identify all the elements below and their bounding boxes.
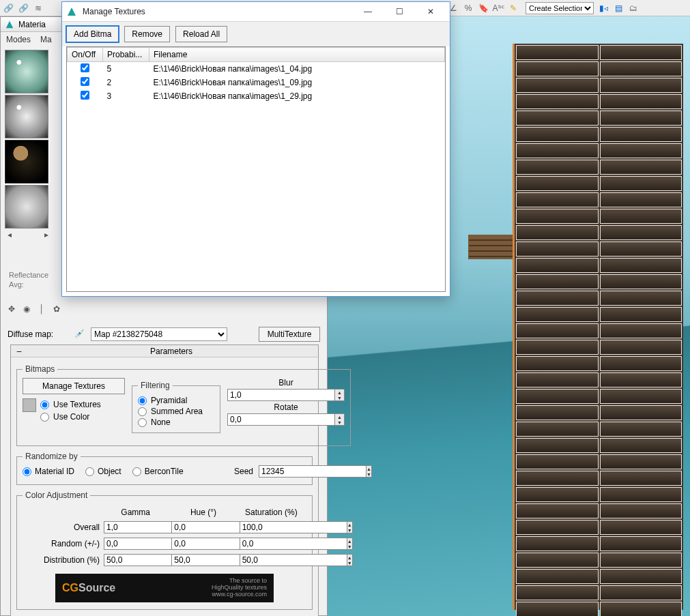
color-adjustment-group: Color Adjustment Gamma Hue (°) Saturatio… (16, 490, 313, 610)
rollout-title: Parameters (29, 347, 314, 356)
bookmark-icon[interactable]: 🔖 (478, 3, 489, 14)
app-icon (66, 6, 77, 17)
material-slot-4[interactable] (5, 185, 48, 229)
use-color-radio[interactable]: Use Color (40, 412, 101, 422)
material-slot-3[interactable] (5, 140, 48, 184)
spinner-down-icon[interactable]: ▼ (366, 471, 371, 477)
tool-icon-1[interactable]: ✥ (6, 304, 17, 314)
align-icon[interactable]: ▤ (613, 3, 624, 14)
cgsource-banner[interactable]: CGSource The source to HighQuality textu… (55, 574, 274, 602)
tool-icon-3[interactable]: ✿ (51, 304, 62, 314)
rand-material-id-radio[interactable]: Material ID (23, 467, 74, 476)
color-swatch[interactable] (23, 398, 36, 412)
cgsource-logo: CGSource (62, 582, 115, 594)
diffuse-map-row: Diffuse map: 💉 Map #2138275048 MultiText… (8, 325, 320, 343)
material-slot-2[interactable] (5, 95, 48, 138)
eyedropper-icon[interactable]: 💉 (74, 329, 85, 340)
table-row[interactable]: 3E:\1\46\Brick\Новая папка\images\1_29.j… (68, 89, 445, 103)
link-icon[interactable]: 🔗 (3, 3, 14, 14)
blur-spinner[interactable]: ▲▼ (227, 389, 345, 401)
mirror-icon[interactable]: ▮◃ (598, 3, 609, 14)
row-filename-cell: E:\1\46\Brick\Новая папка\images\1_09.jp… (149, 76, 445, 89)
random-sat-spinner[interactable]: ▲▼ (240, 538, 298, 550)
layers-icon[interactable]: 🗂 (628, 3, 639, 14)
use-textures-radio[interactable]: Use Textures (40, 400, 101, 409)
table-row[interactable]: 2E:\1\46\Brick\Новая папка\images\1_09.j… (68, 76, 445, 89)
rand-bercontile-radio[interactable]: BerconTile (132, 467, 184, 476)
blur-label: Blur (227, 378, 345, 387)
scene-ledge (468, 235, 516, 259)
bitmaps-group: Bitmaps Manage Textures Use Textures Use… (16, 364, 351, 446)
link-icon-2[interactable]: 🔗 (18, 3, 29, 14)
maximize-button[interactable]: ☐ (384, 3, 414, 20)
spinner-up-icon[interactable]: ▲ (335, 414, 344, 420)
row-onoff-cell[interactable] (68, 76, 103, 89)
text-icon[interactable]: Aᵇᶜ (493, 3, 504, 14)
blur-input[interactable] (227, 389, 335, 401)
onoff-checkbox[interactable] (81, 77, 89, 86)
textures-list[interactable]: On/Off Probabi... Filename 5E:\1\46\Bric… (66, 46, 446, 292)
dialog-toolbar: Add Bitma Remove Reload All (62, 21, 450, 46)
onoff-checkbox[interactable] (81, 63, 89, 72)
manage-textures-button[interactable]: Manage Textures (23, 378, 125, 394)
spinner-down-icon[interactable]: ▼ (335, 420, 344, 425)
add-bitmap-button[interactable]: Add Bitma (66, 26, 119, 42)
dist-sat-spinner[interactable]: ▲▼ (240, 554, 298, 566)
multitexture-button[interactable]: MultiTexture (259, 327, 320, 342)
wave-icon[interactable]: ≋ (33, 3, 44, 14)
material-mini-toolbar: ✥ ◉ │ ✿ (6, 304, 62, 314)
close-button[interactable]: ✕ (416, 3, 446, 20)
rollout-header[interactable]: – Parameters (11, 345, 318, 357)
rotate-spinner[interactable]: ▲▼ (227, 413, 345, 426)
minimize-button[interactable]: — (353, 3, 383, 20)
diffuse-label: Diffuse map: (8, 329, 69, 339)
random-hue-spinner[interactable]: ▲▼ (171, 538, 230, 550)
row-prob-cell: 2 (103, 76, 149, 89)
brush-icon[interactable]: ✎ (508, 3, 519, 14)
row-filename-cell: E:\1\46\Brick\Новая папка\images\1_04.jp… (149, 62, 445, 76)
collapse-icon[interactable]: – (15, 347, 23, 356)
filtering-group: Filtering Pyramidal Summed Area None (132, 381, 220, 433)
reflectance-label: Reflectance (9, 271, 48, 279)
filter-pyramidal-radio[interactable]: Pyramidal (138, 396, 214, 405)
dialog-titlebar[interactable]: Manage Textures — ☐ ✕ (62, 2, 450, 21)
row-onoff-cell[interactable] (68, 62, 103, 76)
random-gamma-spinner[interactable]: ▲▼ (104, 538, 162, 550)
diffuse-map-dropdown[interactable]: Map #2138275048 (91, 327, 227, 341)
overall-sat-spinner[interactable]: ▲▼ (240, 521, 298, 533)
reload-all-button[interactable]: Reload All (175, 26, 227, 42)
tool-icon-2[interactable]: ◉ (21, 304, 32, 314)
percent-icon[interactable]: % (463, 3, 474, 14)
filter-none-radio[interactable]: None (138, 417, 214, 427)
material-slot-1[interactable] (5, 50, 48, 93)
dist-gamma-spinner[interactable]: ▲▼ (104, 554, 162, 566)
tool-icon-divider: │ (36, 304, 47, 314)
seed-spinner[interactable]: ▲▼ (259, 465, 306, 478)
filter-summed-radio[interactable]: Summed Area (138, 407, 214, 416)
col-onoff-header[interactable]: On/Off (68, 48, 103, 62)
row-prob-cell: 5 (103, 62, 149, 76)
row-onoff-cell[interactable] (68, 89, 103, 103)
selection-set-dropdown[interactable]: Create Selection Se (526, 2, 594, 14)
remove-button[interactable]: Remove (124, 26, 170, 42)
row-filename-cell: E:\1\46\Brick\Новая папка\images\1_29.jp… (149, 89, 445, 103)
rotate-input[interactable] (227, 413, 335, 426)
table-row[interactable]: 5E:\1\46\Brick\Новая папка\images\1_04.j… (68, 62, 445, 76)
col-filename-header[interactable]: Filename (149, 48, 445, 62)
overall-gamma-spinner[interactable]: ▲▼ (104, 521, 162, 533)
menu-modes[interactable]: Modes (6, 35, 31, 44)
dialog-title: Manage Textures (83, 7, 145, 16)
onoff-checkbox[interactable] (81, 91, 89, 100)
spinner-up-icon[interactable]: ▲ (335, 390, 344, 395)
spinner-down-icon[interactable]: ▼ (335, 395, 344, 400)
menu-materials[interactable]: Ma (40, 35, 52, 44)
slot-scroll[interactable]: ◂▸ (3, 230, 53, 239)
spinner-up-icon[interactable]: ▲ (366, 466, 371, 471)
material-sample-slots: ◂▸ (3, 48, 53, 239)
col-prob-header[interactable]: Probabi... (103, 48, 149, 62)
dist-hue-spinner[interactable]: ▲▼ (171, 554, 230, 566)
overall-hue-spinner[interactable]: ▲▼ (171, 521, 230, 533)
seed-input[interactable] (259, 465, 366, 478)
manage-textures-dialog: Manage Textures — ☐ ✕ Add Bitma Remove R… (61, 1, 450, 297)
rand-object-radio[interactable]: Object (85, 467, 121, 476)
